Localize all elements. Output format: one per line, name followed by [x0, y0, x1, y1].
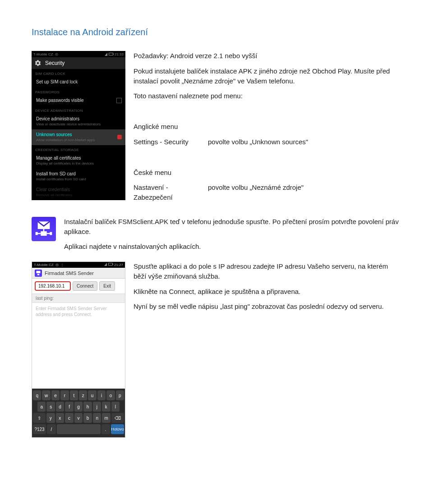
android-security-screenshot: T-Mobile CZ◎ 21:33 Security SIM CARD LOC…	[32, 51, 125, 200]
requirements-text: Požadavky: Android verze 2.1 nebo vyšší	[134, 51, 401, 61]
keyboard-key[interactable]: l	[111, 402, 120, 412]
keyboard-key[interactable]: ?123	[33, 424, 46, 434]
section-sim-lock: SIM CARD LOCK	[32, 69, 125, 77]
section-credential-storage: CREDENTIAL STORAGE	[32, 145, 125, 153]
svg-rect-6	[50, 232, 52, 235]
menu-location-text: Toto nastavení naleznete pod menu:	[134, 91, 401, 101]
keyboard-key[interactable]: i	[97, 390, 106, 400]
item-clear-credentials: Clear credentialsRemove all certificates	[32, 184, 125, 200]
svg-rect-5	[36, 232, 38, 235]
status-bar: T-Mobile CZ◎⋮ 21:27	[32, 262, 125, 268]
keyboard-key[interactable]	[57, 424, 101, 434]
apk-find-text: Aplikaci najdete v nainstalovaných aplik…	[64, 242, 401, 252]
english-menu-line: Settings - Security povolte volbu „Unkno…	[134, 137, 401, 147]
checkbox-icon	[116, 98, 122, 103]
keyboard-key[interactable]: z	[79, 390, 87, 400]
item-sim-lock: Set up SIM card lock	[32, 77, 125, 87]
exit-button[interactable]: Exit	[99, 281, 115, 291]
section-passwords: PASSWORDS	[32, 87, 125, 95]
ip-input[interactable]: 192.168.10.1	[35, 281, 71, 291]
keyboard-key[interactable]: ⌫	[111, 413, 124, 423]
item-unknown-sources: Unknown sourcesAllow installation of non…	[32, 129, 125, 145]
keyboard-key[interactable]: v	[74, 413, 83, 423]
battery-icon	[108, 263, 113, 266]
signal-icon	[105, 53, 107, 56]
keyboard-key[interactable]: n	[93, 413, 101, 423]
keyboard-key[interactable]: x	[56, 413, 64, 423]
app-icon	[32, 217, 56, 241]
battery-icon	[109, 53, 113, 55]
app-title: Firmadat SMS Sender	[45, 270, 94, 276]
unknown-sources-text: Pokud instalujete balíček instalace APK …	[134, 66, 401, 86]
app-header: Firmadat SMS Sender	[32, 268, 125, 279]
keyboard-key[interactable]: e	[51, 390, 60, 400]
keyboard-key[interactable]: q	[33, 390, 41, 400]
item-manage-certs: Manage all certificatesDisplay all certi…	[32, 153, 125, 169]
status-bar: T-Mobile CZ◎ 21:33	[32, 51, 125, 57]
svg-rect-8	[37, 274, 40, 275]
last-ping-text: Nyní by se měl vedle nápisu „last ping" …	[134, 302, 401, 312]
keyboard-key[interactable]: .	[101, 424, 110, 434]
page-heading: Instalace na Android zařízení	[32, 27, 401, 37]
czech-menu-heading: České menu	[134, 168, 401, 178]
keyboard-key[interactable]: f	[65, 402, 73, 412]
keyboard-key[interactable]: u	[88, 390, 96, 400]
run-app-text: Spusťte aplikaci a do pole s IP adresou …	[134, 261, 401, 281]
keyboard-key[interactable]: c	[65, 413, 74, 423]
clock-label: 21:33	[115, 52, 124, 56]
keyboard-key[interactable]: b	[83, 413, 92, 423]
keyboard-key[interactable]: p	[116, 390, 124, 400]
connect-button[interactable]: Connect	[73, 281, 97, 291]
keyboard-key[interactable]: h	[83, 402, 92, 412]
carrier-label: T-Mobile CZ	[33, 52, 53, 56]
item-passwords-visible: Make passwords visible	[32, 95, 125, 106]
keyboard-key[interactable]: k	[102, 402, 110, 412]
keyboard-key[interactable]: m	[102, 413, 111, 423]
app-header-icon	[35, 270, 42, 277]
keyboard-key[interactable]: g	[74, 402, 83, 412]
hint-text: Enter Firmadat SMS Sender Server address…	[32, 303, 125, 389]
keyboard-key[interactable]: t	[70, 390, 78, 400]
sms-sender-screenshot: T-Mobile CZ◎⋮ 21:27 Firmadat SMS Sender …	[32, 261, 125, 438]
keyboard-key[interactable]: r	[60, 390, 69, 400]
svg-rect-1	[41, 231, 46, 236]
apk-install-text: Instalační balíček FSMSclient.APK teď v …	[64, 217, 401, 237]
keyboard-key[interactable]: Hotovo	[111, 424, 124, 434]
gear-icon	[34, 60, 41, 67]
keyboard-key[interactable]: d	[56, 402, 64, 412]
last-ping-label: last ping:	[32, 293, 125, 303]
connect-text: Klikněte na Connect, aplikace je spuštěn…	[134, 287, 401, 297]
item-install-sd: Install from SD cardInstall certificates…	[32, 169, 125, 184]
keyboard-key[interactable]: ⇧	[33, 413, 46, 423]
clock-label: 21:27	[114, 263, 123, 267]
header-title: Security	[45, 60, 64, 66]
keyboard-key[interactable]: j	[93, 402, 101, 412]
english-menu-heading: Anglické menu	[134, 122, 401, 132]
signal-icon	[104, 263, 107, 266]
keyboard-key[interactable]: a	[37, 402, 46, 412]
settings-header: Security	[32, 57, 125, 69]
keyboard-key[interactable]: s	[46, 402, 55, 412]
keyboard-key[interactable]: w	[42, 390, 50, 400]
keyboard-key[interactable]: o	[106, 390, 115, 400]
keyboard-key[interactable]: /	[47, 424, 55, 434]
soft-keyboard: qwertzuiop asdfghjkl ⇧yxcvbnm⌫ ?123/.Hot…	[32, 389, 125, 437]
carrier-label: T-Mobile CZ	[34, 263, 54, 267]
keyboard-key[interactable]: y	[46, 413, 55, 423]
czech-menu-line: Nastavení - Zabezpečení povolte volbu „N…	[134, 183, 401, 202]
item-device-admins: Device administratorsView or deactivate …	[32, 114, 125, 129]
svg-rect-7	[37, 270, 41, 273]
sms-sender-icon	[35, 220, 53, 238]
section-device-admin: DEVICE ADMINISTRATION	[32, 106, 125, 114]
